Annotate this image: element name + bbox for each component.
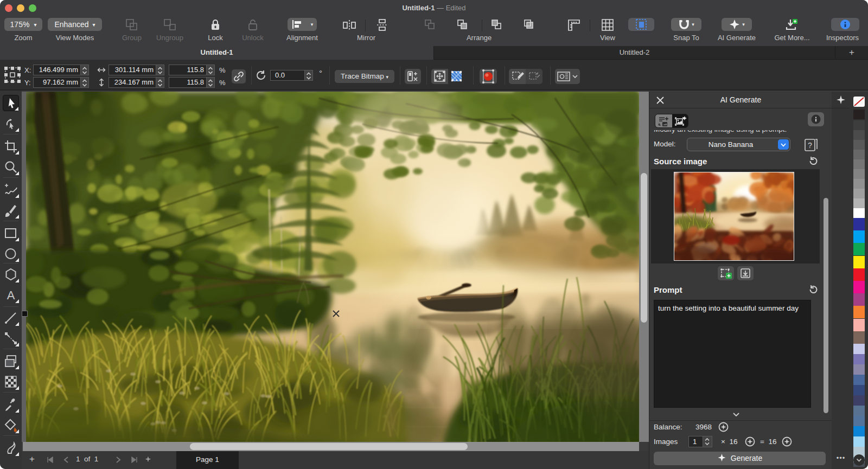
svg-text:A: A <box>7 288 15 302</box>
svg-text:?: ? <box>808 141 812 150</box>
